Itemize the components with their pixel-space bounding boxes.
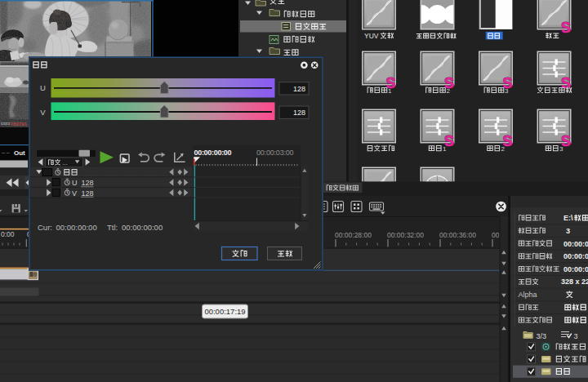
svg-text:00:00:00:: 00:00:00: [564, 240, 588, 248]
svg-text:00:00:00:00: 00:00:00:00 [56, 223, 97, 232]
svg-text:128: 128 [82, 189, 94, 198]
svg-text:...: ... [62, 159, 68, 167]
svg-text:00: 00 [492, 231, 500, 239]
svg-text:– –: – – [2, 149, 10, 155]
svg-text:U: U [72, 179, 78, 187]
svg-text:2: 2 [447, 87, 451, 95]
svg-text:YUV: YUV [364, 32, 379, 40]
svg-text:128: 128 [293, 85, 305, 93]
svg-text:1: 1 [388, 87, 392, 95]
svg-text:128: 128 [82, 179, 94, 187]
svg-text:00:00:36:00: 00:00:36:00 [439, 231, 476, 239]
svg-text:≡≡≡≡: ≡≡≡≡ [1, 121, 11, 126]
svg-text:00:00:17:19: 00:00:17:19 [204, 307, 245, 316]
svg-text:Cur:: Cur: [38, 223, 52, 232]
svg-text:782791: 782791 [11, 122, 28, 127]
svg-text:Alpha: Alpha [519, 291, 537, 299]
svg-text:00:00:28:00: 00:00:28:00 [335, 231, 372, 239]
svg-text:00:00:32:00: 00:00:32:00 [387, 231, 424, 239]
svg-text:2: 2 [501, 145, 506, 153]
svg-text:00:00:00:00: 00:00:00:00 [194, 149, 232, 157]
svg-text:128: 128 [293, 109, 305, 117]
svg-text:3/3: 3/3 [537, 332, 547, 340]
svg-text:328 x 226: 328 x 226 [561, 278, 588, 286]
svg-text:3: 3 [559, 145, 564, 153]
svg-text:Ttl:: Ttl: [107, 223, 118, 232]
svg-text:V: V [40, 108, 46, 117]
svg-text:0:00: 0:00 [1, 230, 15, 238]
svg-text:3: 3 [566, 227, 570, 235]
svg-text:Out: Out [14, 149, 25, 157]
svg-text:U: U [40, 83, 46, 92]
svg-text:1: 1 [443, 145, 447, 153]
svg-text:S: S [561, 19, 571, 36]
svg-text:00:00:05:: 00:00:05: [564, 265, 588, 273]
svg-text:E:\: E:\ [564, 214, 573, 222]
svg-text:V: V [72, 189, 77, 198]
svg-text:3: 3 [505, 87, 509, 95]
svg-text:00:00:00:00: 00:00:00:00 [122, 223, 163, 232]
svg-text:00:00:03:00: 00:00:03:00 [256, 149, 294, 157]
svg-text:00:00:05:: 00:00:05: [564, 252, 588, 260]
svg-text:3: 3 [574, 332, 578, 340]
